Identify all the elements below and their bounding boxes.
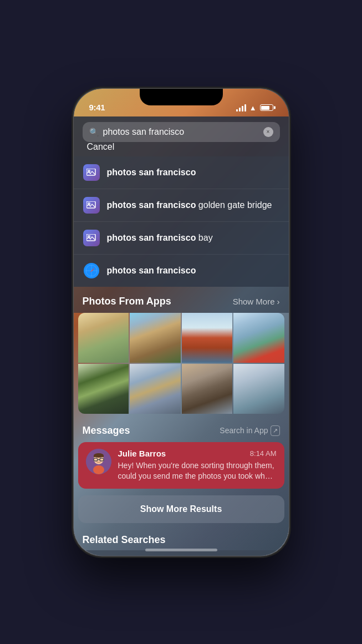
safari-icon-graphic — [83, 262, 100, 279]
message-card[interactable]: Julie Barros 8:14 AM Hey! When you're do… — [78, 442, 284, 489]
show-more-chevron: › — [277, 297, 280, 306]
suggestions-list: photos san francisco — [74, 156, 289, 287]
messages-section: Messages Search in App ↗ — [74, 420, 289, 489]
notch — [140, 89, 223, 105]
search-icon: 🔍 — [89, 128, 99, 136]
photos-section-title: Photos From Apps — [83, 296, 171, 307]
show-more-label: Show More — [233, 297, 275, 306]
signal-bar-3 — [242, 106, 243, 111]
related-searches-title: Related Searches — [83, 534, 166, 546]
svg-point-19 — [93, 465, 104, 474]
search-in-app-button[interactable]: Search in App ↗ — [220, 425, 279, 436]
suggestion-normal-2: golden gate bridge — [196, 200, 272, 210]
photo-cell-4[interactable] — [233, 313, 284, 363]
phone-body: 9:41 ▲ — [73, 88, 289, 556]
messages-section-header: Messages Search in App ↗ — [74, 420, 289, 442]
avatar — [86, 449, 111, 474]
show-more-results-button[interactable]: Show More Results — [78, 495, 284, 523]
avatar-memoji — [86, 449, 111, 474]
search-in-app-label: Search in App — [220, 426, 268, 435]
search-bar[interactable]: 🔍 photos san francisco × — [83, 122, 280, 142]
suggestion-item[interactable]: photos san francisco bay — [74, 222, 289, 255]
phone-frame: 9:41 ▲ — [73, 88, 289, 556]
photos-icon-graphic-2 — [83, 197, 100, 214]
related-searches-header: Related Searches — [74, 530, 289, 550]
signal-bar-4 — [244, 104, 246, 111]
suggestion-bold-1: photos san francisco — [107, 168, 196, 177]
search-clear-button[interactable]: × — [263, 127, 273, 137]
photo-cell-3[interactable] — [182, 313, 233, 363]
clear-icon: × — [267, 129, 270, 135]
suggestion-normal-3: bay — [196, 233, 212, 242]
message-sender: Julie Barros — [118, 449, 166, 458]
photo-cell-7[interactable] — [182, 364, 233, 414]
photo-grid — [78, 313, 284, 414]
search-input[interactable]: photos san francisco — [103, 127, 259, 137]
external-link-icon: ↗ — [271, 425, 280, 436]
suggestion-item[interactable]: photos san francisco — [74, 156, 289, 189]
search-cancel-button[interactable]: Cancel — [87, 142, 115, 151]
status-time: 9:41 — [89, 103, 105, 112]
message-header-row: Julie Barros 8:14 AM — [118, 449, 277, 458]
photo-cell-5[interactable] — [78, 364, 129, 414]
wifi-icon: ▲ — [249, 104, 257, 112]
suggestion-text-3: photos san francisco bay — [107, 233, 280, 243]
photos-icon-graphic-3 — [83, 230, 100, 246]
suggestion-text-4: photos san francisco — [107, 266, 280, 276]
suggestion-item[interactable]: photos san francisco golden gate bridge — [74, 189, 289, 222]
suggestion-text-1: photos san francisco — [107, 168, 280, 178]
photos-app-icon-3 — [83, 229, 100, 247]
search-bar-container: 🔍 photos san francisco × Cancel — [74, 116, 289, 156]
home-indicator — [145, 549, 217, 551]
show-more-results-label: Show More Results — [140, 504, 222, 514]
show-more-button[interactable]: Show More › — [233, 297, 280, 306]
photo-cell-1[interactable] — [78, 313, 129, 363]
screen-content: 9:41 ▲ — [74, 89, 289, 556]
signal-icon — [236, 104, 246, 111]
battery-icon — [260, 104, 273, 111]
photos-icon-graphic — [83, 164, 100, 181]
messages-section-title: Messages — [83, 425, 130, 437]
message-preview: Hey! When you're done sorting through th… — [118, 460, 277, 482]
main-area: 🔍 photos san francisco × Cancel — [74, 116, 289, 556]
svg-rect-18 — [94, 455, 104, 457]
suggestion-bold-2: photos san francisco — [107, 200, 196, 210]
photo-cell-2[interactable] — [130, 313, 181, 363]
related-searches-section: Related Searches — [74, 530, 289, 556]
message-time: 8:14 AM — [250, 449, 277, 458]
signal-bar-1 — [236, 109, 238, 111]
status-icons: ▲ — [236, 104, 273, 112]
message-content: Julie Barros 8:14 AM Hey! When you're do… — [118, 449, 277, 482]
safari-app-icon — [83, 262, 100, 280]
battery-fill — [261, 106, 269, 110]
photo-cell-6[interactable] — [130, 364, 181, 414]
suggestion-bold-3: photos san francisco — [107, 233, 196, 242]
suggestion-text-2: photos san francisco golden gate bridge — [107, 200, 280, 210]
signal-bar-2 — [239, 108, 241, 111]
photos-section-header: Photos From Apps Show More › — [74, 287, 289, 313]
suggestion-item[interactable]: photos san francisco — [74, 255, 289, 287]
photos-app-icon — [83, 164, 100, 181]
photos-app-icon-2 — [83, 196, 100, 214]
suggestion-bold-4: photos san francisco — [107, 266, 196, 275]
photo-cell-8[interactable] — [233, 364, 284, 414]
